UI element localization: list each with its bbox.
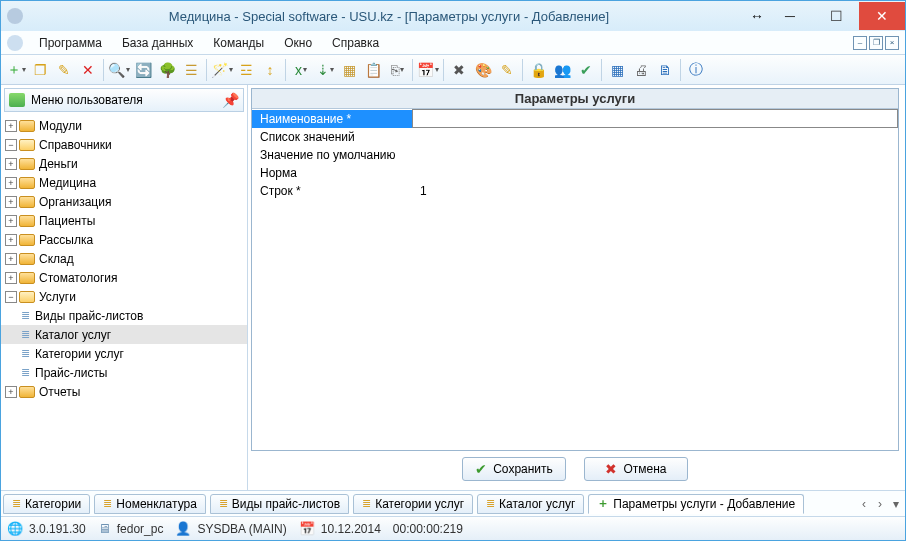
tree-modules[interactable]: +Модули: [1, 116, 247, 135]
add-button[interactable]: ＋: [5, 59, 27, 81]
filter-button[interactable]: ☰: [180, 59, 202, 81]
clipboard-button[interactable]: 📋: [362, 59, 384, 81]
row-default[interactable]: Значение по умолчанию: [252, 146, 898, 164]
value-list[interactable]: [412, 128, 898, 146]
body: Меню пользователя 📌 +Модули −Справочники…: [1, 85, 905, 490]
lock-button[interactable]: 🔒: [527, 59, 549, 81]
label-rows: Строк *: [252, 182, 412, 200]
tab-scroll: ‹ › ▾: [857, 497, 903, 511]
tree-price-lists[interactable]: ≣Прайс-листы: [1, 363, 247, 382]
menu-database[interactable]: База данных: [114, 34, 201, 52]
tab-service-params-add[interactable]: ＋Параметры услуги - Добавление: [588, 494, 804, 514]
label-list: Список значений: [252, 128, 412, 146]
print-button[interactable]: 🖨: [630, 59, 652, 81]
save-button[interactable]: ✔Сохранить: [462, 457, 566, 481]
tree-service-categories[interactable]: ≣Категории услуг: [1, 344, 247, 363]
check-button[interactable]: ✔: [575, 59, 597, 81]
main-area: Параметры услуги Наименование * Список з…: [248, 85, 905, 490]
note-button[interactable]: ✎: [496, 59, 518, 81]
tree-button[interactable]: 🌳: [156, 59, 178, 81]
toolbar: ＋ ❐ ✎ ✕ 🔍 🔄 🌳 ☰ 🪄 ☲ ↕ x ⇣ ▦ 📋 ⎘ 📅 ✖ 🎨 ✎ …: [1, 55, 905, 85]
copy-button[interactable]: ❐: [29, 59, 51, 81]
tree-medicine[interactable]: +Медицина: [1, 173, 247, 192]
help-button[interactable]: ⓘ: [685, 59, 707, 81]
excel-button[interactable]: x: [290, 59, 312, 81]
delete-button[interactable]: ✕: [77, 59, 99, 81]
mdi-restore-button[interactable]: ❐: [869, 36, 883, 50]
sidebar-title: Меню пользователя: [31, 93, 222, 107]
tree-money[interactable]: +Деньги: [1, 154, 247, 173]
check-icon: ✔: [475, 461, 487, 477]
tree-mailing[interactable]: +Рассылка: [1, 230, 247, 249]
grid-button[interactable]: ▦: [606, 59, 628, 81]
tab-price-types[interactable]: ≣Виды прайс-листов: [210, 494, 349, 514]
list-button[interactable]: ☲: [235, 59, 257, 81]
tree-organization[interactable]: +Организация: [1, 192, 247, 211]
tree-patients[interactable]: +Пациенты: [1, 211, 247, 230]
sort-button[interactable]: ↕: [259, 59, 281, 81]
tab-dropdown[interactable]: ▾: [889, 497, 903, 511]
palette-button[interactable]: 🎨: [472, 59, 494, 81]
tools-button[interactable]: ✖: [448, 59, 470, 81]
row-rows[interactable]: Строк * 1: [252, 182, 898, 200]
mdi-close-button[interactable]: ×: [885, 36, 899, 50]
tab-scroll-left[interactable]: ‹: [857, 497, 871, 511]
mdi-minimize-button[interactable]: –: [853, 36, 867, 50]
refresh-button[interactable]: 🔄: [132, 59, 154, 81]
calendar-button[interactable]: 📅: [417, 59, 439, 81]
label-norm: Норма: [252, 164, 412, 182]
globe-icon: 🌐: [7, 521, 23, 536]
edit-button[interactable]: ✎: [53, 59, 75, 81]
menu-program[interactable]: Программа: [31, 34, 110, 52]
cancel-icon: ✖: [605, 461, 617, 477]
value-rows[interactable]: 1: [412, 182, 898, 200]
menu-commands[interactable]: Команды: [205, 34, 272, 52]
plus-icon: ＋: [597, 495, 609, 512]
value-default[interactable]: [412, 146, 898, 164]
tab-service-categories[interactable]: ≣Категории услуг: [353, 494, 473, 514]
tab-categories[interactable]: ≣Категории: [3, 494, 90, 514]
search-button[interactable]: 🔍: [108, 59, 130, 81]
row-list[interactable]: Список значений: [252, 128, 898, 146]
tab-nomenclature[interactable]: ≣Номенклатура: [94, 494, 206, 514]
input-name[interactable]: [412, 110, 898, 128]
status-date: 📅10.12.2014: [299, 521, 381, 536]
form-buttons: ✔Сохранить ✖Отмена: [251, 451, 899, 487]
value-norm[interactable]: [412, 164, 898, 182]
tree-service-catalog[interactable]: ≣Каталог услуг: [1, 325, 247, 344]
tab-icon: ≣: [486, 497, 495, 510]
calendar-icon: 📅: [299, 521, 315, 536]
import-button[interactable]: ⇣: [314, 59, 336, 81]
task-button[interactable]: ▦: [338, 59, 360, 81]
tab-scroll-right[interactable]: ›: [873, 497, 887, 511]
tree-dentistry[interactable]: +Стоматология: [1, 268, 247, 287]
export-button[interactable]: ⎘: [386, 59, 408, 81]
row-norm[interactable]: Норма: [252, 164, 898, 182]
menu-window[interactable]: Окно: [276, 34, 320, 52]
tree-price-types[interactable]: ≣Виды прайс-листов: [1, 306, 247, 325]
document-tabs: ≣Категории ≣Номенклатура ≣Виды прайс-лис…: [1, 490, 905, 516]
menu-help[interactable]: Справка: [324, 34, 387, 52]
status-version: 🌐3.0.191.30: [7, 521, 86, 536]
resize-arrow-icon: ↔: [747, 8, 767, 24]
wizard-button[interactable]: 🪄: [211, 59, 233, 81]
status-bar: 🌐3.0.191.30 🖥fedor_pc 👤SYSDBA (MAIN) 📅10…: [1, 516, 905, 540]
tab-icon: ≣: [362, 497, 371, 510]
row-name[interactable]: Наименование *: [252, 110, 898, 128]
cancel-button[interactable]: ✖Отмена: [584, 457, 688, 481]
pin-icon[interactable]: 📌: [222, 92, 239, 108]
tree-services[interactable]: −Услуги: [1, 287, 247, 306]
tree-warehouse[interactable]: +Склад: [1, 249, 247, 268]
tree-reports[interactable]: +Отчеты: [1, 382, 247, 401]
tab-service-catalog[interactable]: ≣Каталог услуг: [477, 494, 584, 514]
status-pc: 🖥fedor_pc: [98, 521, 164, 536]
users-button[interactable]: 👥: [551, 59, 573, 81]
status-time: 00:00:00:219: [393, 522, 463, 536]
minimize-button[interactable]: [767, 2, 813, 30]
close-button[interactable]: [859, 2, 905, 30]
titlebar: Медицина - Special software - USU.kz - […: [1, 1, 905, 31]
user-icon: 👤: [175, 521, 191, 536]
tree-references[interactable]: −Справочники: [1, 135, 247, 154]
preview-button[interactable]: 🗎: [654, 59, 676, 81]
maximize-button[interactable]: [813, 2, 859, 30]
